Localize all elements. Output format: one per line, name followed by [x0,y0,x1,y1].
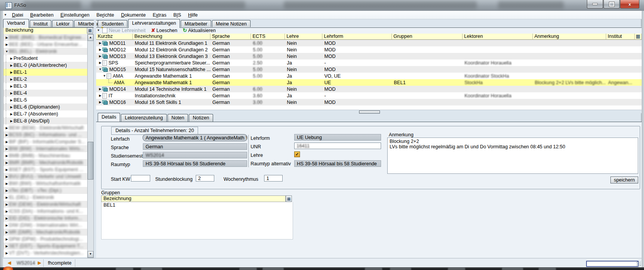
expander-right-icon[interactable]: ▶ [5,231,9,234]
expander-right-icon[interactable]: ▶ [5,203,9,206]
tab-lektor[interactable]: Lektor [52,20,73,28]
expander-right-icon[interactable]: ▶ [98,40,102,46]
expander-right-icon[interactable]: ▶ [98,93,102,99]
tab-lehrveranstaltungen[interactable]: Lehrveranstaltungen [128,19,180,28]
table-row[interactable]: ▶MOD12Modul 12 Elektronik Grundlagen 2Ge… [96,46,642,53]
expander-right-icon[interactable]: ▶ [98,60,102,66]
menu-item-bearbeiten[interactable]: Bearbeiten [27,12,57,19]
taskbar-window-button[interactable] [539,268,556,270]
maximize-button[interactable] [603,0,620,8]
expander-right-icon[interactable]: ▶ [5,251,9,255]
tab-verband[interactable]: Verband [3,19,29,28]
column-header-institut[interactable]: Institut [606,34,635,40]
expander-right-icon[interactable]: ▶ [5,189,9,192]
column-header-kurzbz[interactable]: Kurzbz [96,34,133,40]
tree-item[interactable]: ▶BEL-1 [3,69,88,76]
column-header-sprache[interactable]: Sprache [210,34,251,40]
column-header-anmerkung[interactable]: Anmerkung [533,34,606,40]
tree-item[interactable]: ▶BEE (BEE) - Urbane Erneuerbar... [3,41,88,48]
tab-meine-notizen[interactable]: Meine Notizen [212,20,251,28]
expander-right-icon[interactable]: ▶ [9,112,14,116]
tree-item[interactable]: ▶DIW (DIW) - Internationales Wirt... [3,222,88,229]
gruppen-row[interactable]: BEL1 [102,202,293,209]
minimize-button[interactable] [587,0,603,8]
tree-item[interactable]: ▶BEW (BEW) - Elektronik/Wirtschaft [3,124,88,131]
expander-right-icon[interactable]: ▶ [5,126,9,130]
expander-right-icon[interactable]: ▶ [5,196,9,199]
tree-item[interactable]: ▶BEL-6 (Diplomanden) [3,104,88,110]
table-row[interactable]: ▶MOD13Modul 13 Elektronik Grundlagen 3Ge… [96,53,642,59]
menu-item-hilfe[interactable]: Hilfe [185,12,201,19]
taskbar-window-button[interactable] [448,268,465,270]
window-titlebar[interactable]: FASo x [0,0,644,11]
lehre-checkbox[interactable]: ✓ [294,151,300,157]
start-orb-icon[interactable] [3,267,13,270]
table-row[interactable]: ▶MOD16Modul 16 Soft Skills 1German3.00Ne… [96,99,642,105]
toolbar-dock-handle[interactable]: ▼ [97,29,100,32]
tree-item[interactable]: ▶BEL-4 [3,90,88,97]
menu-item-datei[interactable]: Datei [8,12,27,19]
tree-filter-header[interactable]: Bezeichnung [3,27,90,34]
tree-item[interactable]: ▶SET (DST) - Sports-Equipment-T... [3,243,88,250]
close-button[interactable]: x [620,0,639,8]
wochenrythmus-input[interactable]: 1 [264,175,283,182]
anmerkung-textarea[interactable]: Blockung 2+2 LVs bitte möglichst regelmä… [387,138,638,174]
tree-item[interactable]: ▶EW (DEW) - Elektronik/Wirtschaft [3,201,88,208]
menu-item-einstellungen[interactable]: Einstellungen [57,12,93,19]
expander-right-icon[interactable]: ▶ [9,85,14,88]
tree-scrollbar[interactable]: ▲ ▼ [87,34,94,258]
tree-item[interactable]: ▶BEL-2 [3,76,88,83]
table-row[interactable]: ▶SPSSpeicherprogrammierbare Steuer...Ger… [96,59,642,66]
toolbar-button-aktualisieren[interactable]: ↻Aktualisieren [183,27,215,33]
expander-right-icon[interactable]: ▶ [98,47,102,53]
table-row[interactable]: ▶MOD11Modul 11 Elektronik Grundlagen 1Ge… [96,40,642,46]
expander-right-icon[interactable]: ▶ [98,86,102,92]
toolbar-dock-handle[interactable]: ▼ [4,13,7,17]
tree-item[interactable]: ▶EL (DEL) - Elektronik [3,194,88,201]
table-row[interactable]: ▼MOD15Modul 15 Naturwissenschaftliche ..… [96,66,642,73]
semester-next-icon[interactable]: ▶ [38,260,41,265]
expander-right-icon[interactable]: ▶ [5,154,9,158]
semester-previous-icon[interactable]: ◀ [8,260,11,265]
column-header-gruppen[interactable]: Gruppen [392,34,463,40]
tree-item[interactable]: ▶BEL-8 (Abs/Dipl) [3,117,88,124]
unr-input[interactable]: 16411 [294,143,381,149]
expander-right-icon[interactable]: ▶ [9,71,14,74]
menu-item-dokumente[interactable]: Dokumente [118,12,149,19]
expander-right-icon[interactable]: ▶ [5,43,9,46]
column-header-bezeichnung[interactable]: Bezeichnung [133,34,210,40]
taskbar-window-button[interactable] [263,268,284,270]
table-column-config-button[interactable]: ▦ [635,34,642,40]
menu-item-extras[interactable]: Extras [149,12,169,19]
tree-item[interactable]: ▶BEL-0 (Ab/Unterbrecher) [3,62,88,69]
expander-down-icon[interactable]: ▼ [98,66,102,73]
expander-right-icon[interactable]: ▶ [5,161,9,165]
tree-item[interactable]: ▶BEL-3 [3,83,88,90]
windows-taskbar[interactable] [0,267,644,270]
expander-right-icon[interactable]: ▶ [5,238,9,241]
expander-right-icon[interactable]: ▶ [98,99,102,105]
expander-right-icon[interactable]: ▶ [5,182,9,185]
taskbar-window-button[interactable] [365,268,382,270]
table-row[interactable]: AMAAngewandte Mathematik 1GermanJaUEBEL1… [96,79,642,86]
menu-item-bis[interactable]: BIS [170,12,185,19]
gruppen-column-config-button[interactable]: ▦ [286,195,292,202]
scroll-down-icon[interactable]: ▼ [88,251,93,258]
expander-right-icon[interactable]: ▶ [98,53,102,59]
expander-right-icon[interactable]: ▶ [9,92,14,95]
toolbar-button-loeschen[interactable]: ✘Loeschen [151,27,177,33]
expander-right-icon[interactable]: ▶ [9,105,14,109]
tree-item[interactable]: ▶BWI (BWI) - Wirtschaftsinformatik [3,180,88,187]
tree-item[interactable]: ▶sTec (DBT) - sTec (Dipl.) [3,187,88,194]
tree-item[interactable]: ▶VT (DVT) - Verkehrstechnologien... [3,250,88,256]
expander-right-icon[interactable]: ▶ [9,78,14,81]
expander-right-icon[interactable]: ▶ [5,133,9,137]
menu-item-berichte[interactable]: Berichte [93,12,118,19]
start-kw-input[interactable] [131,175,150,182]
tree-item[interactable]: ▶BIF (BIF) - Informatik/Computer S... [3,138,88,145]
tree-item[interactable]: ▶BCSS (BIC) - Informations- und ... [3,131,88,138]
tree-item[interactable]: ▶BEL-5 [3,97,88,104]
gruppen-column-header[interactable]: Bezeichnung [101,195,286,202]
tree-item[interactable]: ▼BEL (BEL) - Elektronik [3,48,88,55]
column-header-lehre[interactable]: Lehre [285,34,322,40]
